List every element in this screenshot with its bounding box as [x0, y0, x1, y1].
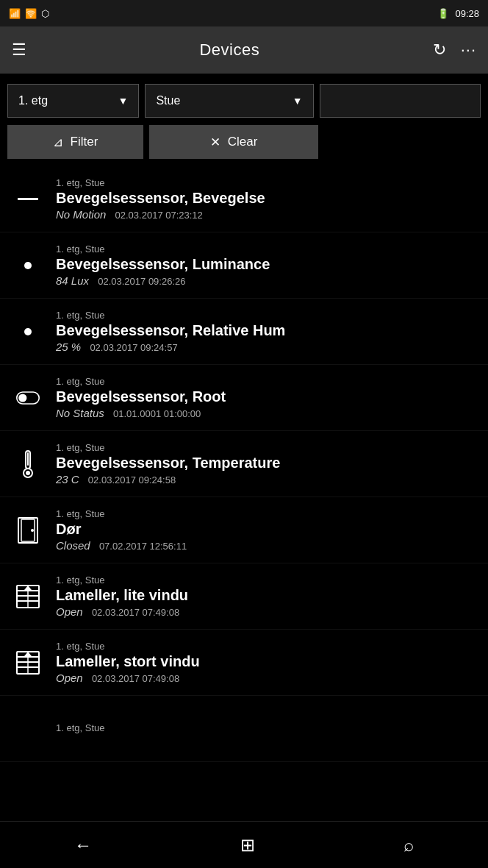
device-name: Lameller, lite vindu — [56, 587, 478, 604]
device-status: 23 C 02.03.2017 09:24:58 — [56, 473, 478, 485]
hamburger-icon[interactable]: ☰ — [12, 40, 26, 60]
filter-buttons: ⊿ Filter ✕ Clear — [7, 125, 481, 159]
nav-actions: ↻ ··· — [433, 40, 476, 60]
room-dropdown[interactable]: Stue ▼ — [145, 84, 313, 118]
time-display: 09:28 — [455, 8, 479, 19]
device-info: 1. etg, Stue Bevegelsessensor, Bevegelse… — [56, 177, 478, 221]
device-timestamp: 07.02.2017 12:56:11 — [99, 541, 187, 552]
list-item[interactable]: 1. etg, Stue Bevegelsessensor, Luminance… — [0, 232, 488, 299]
device-icon-dot — [10, 262, 46, 269]
device-timestamp: 02.03.2017 09:24:58 — [88, 474, 176, 485]
clear-button[interactable]: ✕ Clear — [149, 125, 318, 159]
device-info: 1. etg, Stue Bevegelsessensor, Temperatu… — [56, 442, 478, 485]
device-location: 1. etg, Stue — [56, 508, 478, 519]
list-item[interactable]: 1. etg, Stue Dør Closed 07.02.2017 12:56… — [0, 497, 488, 563]
device-location: 1. etg, Stue — [56, 177, 478, 188]
device-info: 1. etg, Stue Dør Closed 07.02.2017 12:56… — [56, 508, 478, 552]
device-location: 1. etg, Stue — [56, 376, 478, 387]
device-name: Bevegelsessensor, Relative Hum — [56, 322, 478, 339]
device-location: 1. etg, Stue — [56, 722, 478, 733]
device-icon-dash — [10, 198, 46, 200]
device-info: 1. etg, Stue Bevegelsessensor, Relative … — [56, 310, 478, 353]
status-bar-right: 🔋 09:28 — [437, 8, 479, 19]
device-name: Dør — [56, 521, 478, 538]
device-name: Bevegelsessensor, Luminance — [56, 256, 478, 273]
room-dropdown-arrow: ▼ — [293, 95, 303, 107]
list-item[interactable]: 1. etg, Stue Bevegelsessensor, Root No S… — [0, 365, 488, 431]
device-timestamp: 02.03.2017 07:23:12 — [115, 210, 203, 221]
list-item[interactable]: 1. etg, Stue Lameller, lite vindu Open 0… — [0, 563, 488, 630]
device-location: 1. etg, Stue — [56, 574, 478, 586]
svg-point-8 — [31, 529, 34, 532]
device-status: Open 02.03.2017 07:49:08 — [56, 672, 478, 684]
device-timestamp: 02.03.2017 09:26:26 — [98, 276, 185, 287]
device-name: Bevegelsessensor, Root — [56, 388, 478, 405]
list-item[interactable]: 1. etg, Stue — [0, 696, 488, 762]
signal-icon: 📶 — [9, 8, 21, 19]
svg-point-1 — [18, 394, 26, 402]
status-bar: 📶 🛜 ⬡ 🔋 09:28 — [0, 0, 488, 26]
list-item[interactable]: 1. etg, Stue Lameller, stort vindu Open … — [0, 630, 488, 696]
wifi-icon: 🛜 — [25, 8, 37, 19]
svg-point-5 — [26, 471, 30, 475]
device-timestamp: 02.03.2017 07:49:08 — [92, 673, 179, 684]
nav-bar: ☰ Devices ↻ ··· — [0, 26, 488, 74]
device-info: 1. etg, Stue — [56, 722, 478, 735]
list-item[interactable]: 1. etg, Stue Bevegelsessensor, Bevegelse… — [0, 166, 488, 232]
floor-dropdown[interactable]: 1. etg ▼ — [7, 84, 139, 118]
device-info: 1. etg, Stue Lameller, lite vindu Open 0… — [56, 574, 478, 618]
svg-rect-4 — [27, 452, 29, 466]
bottom-nav: ← ⊞ ⌕ — [0, 821, 488, 868]
device-status: No Motion 02.03.2017 07:23:12 — [56, 208, 478, 221]
list-item[interactable]: 1. etg, Stue Bevegelsessensor, Relative … — [0, 299, 488, 365]
device-name: Bevegelsessensor, Bevegelse — [56, 190, 478, 207]
filter-button[interactable]: ⊿ Filter — [7, 125, 143, 159]
device-icon-blinds — [10, 584, 46, 609]
refresh-icon[interactable]: ↻ — [433, 40, 446, 60]
device-icon-thermometer — [10, 449, 46, 479]
device-status: Closed 07.02.2017 12:56:11 — [56, 539, 478, 552]
device-location: 1. etg, Stue — [56, 641, 478, 652]
device-icon-toggle — [10, 391, 46, 405]
device-info: 1. etg, Stue Bevegelsessensor, Root No S… — [56, 376, 478, 419]
clear-button-label: Clear — [228, 135, 258, 149]
home-button[interactable]: ⊞ — [240, 835, 255, 855]
more-options-icon[interactable]: ··· — [461, 40, 476, 60]
device-location: 1. etg, Stue — [56, 243, 478, 255]
back-button[interactable]: ← — [74, 835, 92, 855]
device-icon-dot — [10, 328, 46, 335]
device-timestamp: 02.03.2017 07:49:08 — [92, 607, 179, 618]
device-status: Open 02.03.2017 07:49:08 — [56, 605, 478, 618]
extra-dropdown[interactable] — [320, 84, 481, 118]
battery-icon: 🔋 — [437, 8, 449, 19]
device-icon-door — [10, 517, 46, 544]
device-status: 84 Lux 02.03.2017 09:26:26 — [56, 274, 478, 287]
device-list: 1. etg, Stue Bevegelsessensor, Bevegelse… — [0, 166, 488, 762]
device-name: Bevegelsessensor, Temperature — [56, 455, 478, 472]
floor-dropdown-label: 1. etg — [18, 94, 48, 107]
page-title: Devices — [199, 40, 259, 60]
device-icon-blinds — [10, 650, 46, 675]
device-info: 1. etg, Stue Bevegelsessensor, Luminance… — [56, 243, 478, 287]
device-location: 1. etg, Stue — [56, 442, 478, 453]
filter-section: 1. etg ▼ Stue ▼ ⊿ Filter ✕ Clear — [0, 74, 488, 166]
filter-icon: ⊿ — [53, 135, 63, 150]
device-status: 25 % 02.03.2017 09:24:57 — [56, 341, 478, 353]
device-timestamp: 02.03.2017 09:24:57 — [90, 342, 177, 353]
filter-button-label: Filter — [71, 135, 98, 149]
device-timestamp: 01.01.0001 01:00:00 — [113, 408, 201, 419]
device-status: No Status 01.01.0001 01:00:00 — [56, 407, 478, 419]
list-item[interactable]: 1. etg, Stue Bevegelsessensor, Temperatu… — [0, 431, 488, 497]
status-bar-left: 📶 🛜 ⬡ — [9, 8, 49, 19]
search-button[interactable]: ⌕ — [403, 835, 414, 855]
floor-dropdown-arrow: ▼ — [118, 95, 129, 107]
device-name: Lameller, stort vindu — [56, 653, 478, 670]
bluetooth-icon: ⬡ — [41, 8, 49, 19]
room-dropdown-label: Stue — [156, 94, 180, 107]
filter-dropdowns: 1. etg ▼ Stue ▼ — [7, 84, 481, 118]
clear-icon: ✕ — [210, 135, 220, 150]
device-info: 1. etg, Stue Lameller, stort vindu Open … — [56, 641, 478, 684]
device-location: 1. etg, Stue — [56, 310, 478, 321]
